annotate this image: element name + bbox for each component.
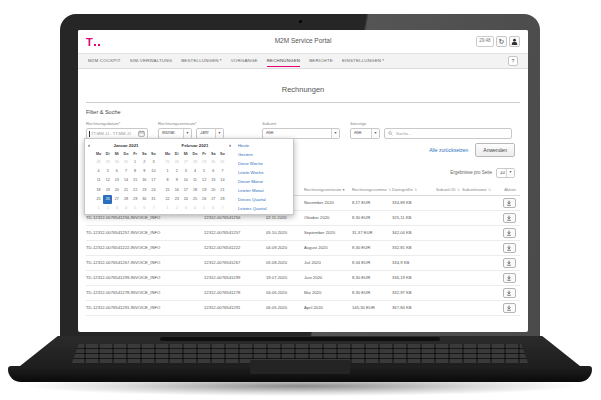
calendar-day[interactable]: 26 [172,158,181,167]
calendar-day[interactable]: 31 [218,158,227,167]
calendar-day[interactable]: 3 [112,204,121,213]
calendar-day[interactable]: 11 [94,176,103,185]
help-button[interactable]: ? [508,56,518,66]
calendar-day[interactable]: 28 [121,195,130,204]
prev-month-button[interactable]: ‹ [88,142,90,148]
nav-vorgaenge[interactable]: VORGÄNGE [231,54,258,68]
calendar-day[interactable]: 21 [218,186,227,195]
table-row[interactable]: TD-12312-0076541222-INVOICE_INFO 12312-0… [86,241,520,256]
download-button[interactable] [503,213,516,223]
calendar-day[interactable]: 8 [131,167,140,176]
download-button[interactable] [503,228,516,238]
calendar-day[interactable]: 22 [131,186,140,195]
calendar-day[interactable]: 28 [190,158,199,167]
calendar-day[interactable]: 7 [218,204,227,213]
calendar-day[interactable]: 1 [131,158,140,167]
calendar-day[interactable]: 14 [218,176,227,185]
calendar-day[interactable]: 27 [112,195,121,204]
calendar-day[interactable]: 15 [163,186,172,195]
calendar-day[interactable]: 17 [149,176,158,185]
calendar-day[interactable]: 7 [218,167,227,176]
calendar-day[interactable]: 24 [149,186,158,195]
calendar-day[interactable]: 11 [190,176,199,185]
nav-bestellungen[interactable]: BESTELLUNGEN▾ [181,54,222,68]
calendar-day[interactable]: 9 [140,167,149,176]
calendar-day[interactable]: 6 [209,167,218,176]
download-button[interactable] [503,273,516,283]
calendar-day[interactable]: 4 [190,167,199,176]
calendar-day[interactable]: 9 [172,176,181,185]
calendar-day[interactable]: 17 [181,186,190,195]
calendar-icon[interactable] [138,130,145,137]
datepicker-quick-link[interactable]: Letzte Woche [238,170,292,176]
next-month-button[interactable]: › [229,142,231,148]
calendar-day[interactable]: 2 [103,204,112,213]
download-button[interactable] [503,243,516,253]
calendar-day[interactable]: 3 [181,167,190,176]
datepicker-quick-link[interactable]: Gestern [238,152,292,158]
calendar-day[interactable]: 30 [112,158,121,167]
calendar-day[interactable]: 12 [200,176,209,185]
nav-m2m-cockpit[interactable]: M2M COCKPIT [88,54,121,68]
calendar-day[interactable]: 5 [200,204,209,213]
sort-icon[interactable]: ⇅ [388,189,391,193]
sonstige-select[interactable]: Alle ▾ [350,128,380,139]
calendar-day[interactable]: 18 [190,186,199,195]
datepicker-quick-link[interactable]: Dieses Quartal [238,197,292,203]
nav-berichte[interactable]: BERICHTE [309,54,333,68]
calendar-day[interactable]: 26 [200,195,209,204]
apply-button[interactable]: Anwenden [475,143,515,157]
calendar-day[interactable]: 6 [140,204,149,213]
user-button[interactable] [509,36,520,47]
calendar-day[interactable]: 16 [172,186,181,195]
header-rechnungszeitraum[interactable]: Rechnungszeitraum▾ [304,188,352,192]
calendar-day[interactable]: 5 [200,167,209,176]
calendar-day[interactable]: 7 [149,204,158,213]
refresh-button[interactable]: ↻ [496,36,507,47]
datepicker-quick-link[interactable]: Letztes Quartal [238,206,292,212]
sort-icon[interactable]: ⇅ [414,189,417,193]
per-page-select[interactable]: 10 ▾ [496,168,515,178]
calendar-day[interactable]: 15 [131,176,140,185]
calendar-day[interactable]: 1 [94,204,103,213]
reset-all-link[interactable]: Alle zurücksetzen [429,148,468,153]
calendar-day[interactable]: 10 [181,176,190,185]
table-row[interactable]: TD-12312-0076541299-INVOICE_INFO 12312-0… [86,271,520,286]
datepicker-quick-link[interactable]: Heute [238,143,292,149]
download-button[interactable] [503,258,516,268]
calendar-day[interactable]: 27 [181,158,190,167]
calendar-day[interactable]: 1 [163,204,172,213]
calendar-day[interactable]: 5 [131,204,140,213]
calendar-day[interactable]: 31 [149,195,158,204]
calendar-day[interactable]: 6 [112,167,121,176]
download-button[interactable] [503,288,516,298]
calendar-day[interactable]: 2 [172,204,181,213]
calendar-day[interactable]: 10 [149,167,158,176]
table-row[interactable]: TD-12312-0076541267-INVOICE_INFO 12312-0… [86,256,520,271]
table-row[interactable]: TD-12312-0076541278-INVOICE_INFO 12312-0… [86,286,520,301]
calendar-day[interactable]: 13 [112,176,121,185]
calendar-day[interactable]: 29 [103,158,112,167]
calendar-day[interactable]: 18 [94,186,103,195]
calendar-day[interactable]: 31 [121,158,130,167]
calendar-day[interactable]: 26 [103,195,112,204]
calendar-day[interactable]: 23 [172,195,181,204]
calendar-day[interactable]: 28 [94,158,103,167]
calendar-day[interactable]: 19 [103,186,112,195]
datepicker-quick-link[interactable]: Letzter Monat [238,188,292,194]
nav-einstellungen[interactable]: EINSTELLUNGEN▾ [342,54,384,68]
calendar-day[interactable]: 4 [190,204,199,213]
calendar-day[interactable]: 2 [172,167,181,176]
datepicker-quick-link[interactable]: Dieser Monat [238,179,292,185]
calendar-day[interactable]: 20 [112,186,121,195]
calendar-day[interactable]: 6 [209,204,218,213]
sort-icon[interactable]: ⇅ [457,189,460,193]
calendar-day[interactable]: 4 [121,204,130,213]
nav-sim-verwaltung[interactable]: SIM-VERWALTUNG [130,54,172,68]
datepicker-quick-link[interactable]: Diese Woche [238,161,292,167]
calendar-day[interactable]: 8 [163,176,172,185]
calendar-day[interactable]: 1 [163,167,172,176]
calendar-day[interactable]: 2 [140,158,149,167]
header-subunit-id[interactable]: Subunit ID⇅ [436,188,462,192]
download-button[interactable] [503,303,516,313]
